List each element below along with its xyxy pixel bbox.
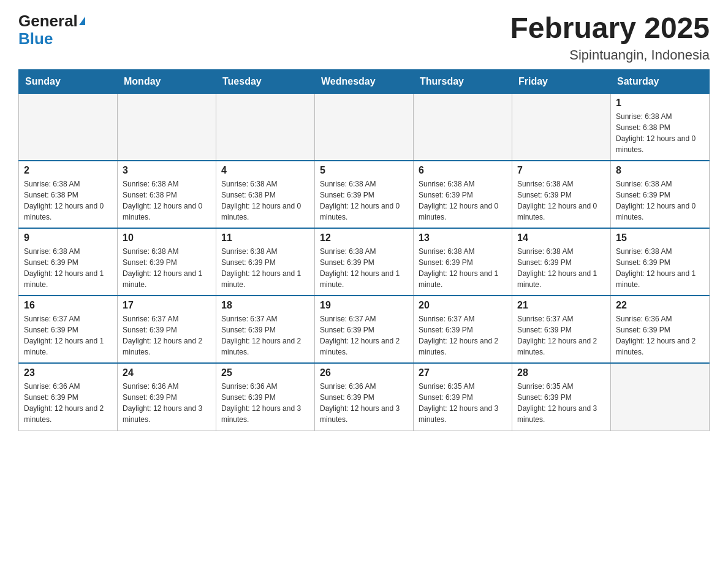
calendar-cell: 22Sunrise: 6:36 AMSunset: 6:39 PMDayligh…: [611, 296, 710, 363]
logo-general-text: General: [18, 12, 78, 30]
day-info: Sunrise: 6:38 AMSunset: 6:38 PMDaylight:…: [616, 111, 704, 155]
logo-triangle-icon: [79, 17, 85, 25]
day-number: 20: [419, 300, 507, 311]
day-number: 9: [24, 232, 112, 243]
day-info: Sunrise: 6:38 AMSunset: 6:38 PMDaylight:…: [123, 178, 211, 223]
day-number: 5: [320, 165, 408, 176]
calendar-cell: 1Sunrise: 6:38 AMSunset: 6:38 PMDaylight…: [611, 93, 710, 161]
weekday-header-row: SundayMondayTuesdayWednesdayThursdayFrid…: [19, 69, 710, 93]
day-info: Sunrise: 6:37 AMSunset: 6:39 PMDaylight:…: [24, 313, 112, 358]
day-number: 28: [517, 367, 605, 378]
day-number: 12: [320, 232, 408, 243]
calendar-cell: 20Sunrise: 6:37 AMSunset: 6:39 PMDayligh…: [414, 296, 512, 363]
day-number: 22: [616, 300, 704, 311]
calendar-cell: 19Sunrise: 6:37 AMSunset: 6:39 PMDayligh…: [315, 296, 414, 363]
day-number: 26: [320, 367, 408, 378]
calendar-cell: 5Sunrise: 6:38 AMSunset: 6:39 PMDaylight…: [315, 161, 414, 228]
calendar-table: SundayMondayTuesdayWednesdayThursdayFrid…: [18, 69, 710, 431]
day-number: 25: [221, 367, 309, 378]
calendar-cell: 7Sunrise: 6:38 AMSunset: 6:39 PMDaylight…: [512, 161, 611, 228]
day-number: 4: [221, 165, 309, 176]
day-number: 19: [320, 300, 408, 311]
calendar-cell: [216, 93, 315, 161]
day-number: 2: [24, 165, 112, 176]
day-number: 17: [123, 300, 211, 311]
calendar-cell: [512, 93, 611, 161]
weekday-header-friday: Friday: [512, 69, 611, 93]
calendar-cell: 28Sunrise: 6:35 AMSunset: 6:39 PMDayligh…: [512, 363, 611, 431]
calendar-cell: 17Sunrise: 6:37 AMSunset: 6:39 PMDayligh…: [118, 296, 216, 363]
day-number: 11: [221, 232, 309, 243]
day-info: Sunrise: 6:38 AMSunset: 6:39 PMDaylight:…: [419, 246, 507, 290]
day-info: Sunrise: 6:36 AMSunset: 6:39 PMDaylight:…: [123, 381, 211, 425]
logo: General Blue: [18, 12, 85, 47]
day-info: Sunrise: 6:37 AMSunset: 6:39 PMDaylight:…: [320, 313, 408, 358]
day-info: Sunrise: 6:38 AMSunset: 6:39 PMDaylight:…: [320, 178, 408, 223]
day-info: Sunrise: 6:35 AMSunset: 6:39 PMDaylight:…: [419, 381, 507, 425]
title-area: February 2025 Sipintuangin, Indonesia: [510, 12, 710, 63]
calendar-cell: 10Sunrise: 6:38 AMSunset: 6:39 PMDayligh…: [118, 228, 216, 296]
day-info: Sunrise: 6:36 AMSunset: 6:39 PMDaylight:…: [24, 381, 112, 425]
day-info: Sunrise: 6:36 AMSunset: 6:39 PMDaylight:…: [320, 381, 408, 425]
calendar-cell: 24Sunrise: 6:36 AMSunset: 6:39 PMDayligh…: [118, 363, 216, 431]
calendar-cell: 3Sunrise: 6:38 AMSunset: 6:38 PMDaylight…: [118, 161, 216, 228]
day-info: Sunrise: 6:37 AMSunset: 6:39 PMDaylight:…: [419, 313, 507, 358]
calendar-row-3: 16Sunrise: 6:37 AMSunset: 6:39 PMDayligh…: [19, 296, 710, 363]
day-info: Sunrise: 6:38 AMSunset: 6:39 PMDaylight:…: [221, 246, 309, 290]
calendar-cell: 18Sunrise: 6:37 AMSunset: 6:39 PMDayligh…: [216, 296, 315, 363]
calendar-row-2: 9Sunrise: 6:38 AMSunset: 6:39 PMDaylight…: [19, 228, 710, 296]
day-number: 14: [517, 232, 605, 243]
day-number: 13: [419, 232, 507, 243]
calendar-cell: [414, 93, 512, 161]
day-info: Sunrise: 6:38 AMSunset: 6:39 PMDaylight:…: [419, 178, 507, 223]
day-info: Sunrise: 6:38 AMSunset: 6:39 PMDaylight:…: [320, 246, 408, 290]
calendar-row-4: 23Sunrise: 6:36 AMSunset: 6:39 PMDayligh…: [19, 363, 710, 431]
day-info: Sunrise: 6:35 AMSunset: 6:39 PMDaylight:…: [517, 381, 605, 425]
day-info: Sunrise: 6:38 AMSunset: 6:39 PMDaylight:…: [616, 246, 704, 290]
calendar-cell: 16Sunrise: 6:37 AMSunset: 6:39 PMDayligh…: [19, 296, 118, 363]
weekday-header-sunday: Sunday: [19, 69, 118, 93]
calendar-cell: 12Sunrise: 6:38 AMSunset: 6:39 PMDayligh…: [315, 228, 414, 296]
calendar-cell: 23Sunrise: 6:36 AMSunset: 6:39 PMDayligh…: [19, 363, 118, 431]
day-info: Sunrise: 6:38 AMSunset: 6:39 PMDaylight:…: [517, 178, 605, 223]
weekday-header-thursday: Thursday: [414, 69, 512, 93]
calendar-cell: 11Sunrise: 6:38 AMSunset: 6:39 PMDayligh…: [216, 228, 315, 296]
day-info: Sunrise: 6:36 AMSunset: 6:39 PMDaylight:…: [616, 313, 704, 358]
calendar-row-0: 1Sunrise: 6:38 AMSunset: 6:38 PMDaylight…: [19, 93, 710, 161]
day-number: 16: [24, 300, 112, 311]
weekday-header-monday: Monday: [118, 69, 216, 93]
location-title: Sipintuangin, Indonesia: [510, 47, 710, 63]
calendar-cell: 13Sunrise: 6:38 AMSunset: 6:39 PMDayligh…: [414, 228, 512, 296]
day-info: Sunrise: 6:38 AMSunset: 6:39 PMDaylight:…: [24, 246, 112, 290]
calendar-cell: 26Sunrise: 6:36 AMSunset: 6:39 PMDayligh…: [315, 363, 414, 431]
calendar-cell: 8Sunrise: 6:38 AMSunset: 6:39 PMDaylight…: [611, 161, 710, 228]
day-number: 6: [419, 165, 507, 176]
day-number: 10: [123, 232, 211, 243]
day-info: Sunrise: 6:36 AMSunset: 6:39 PMDaylight:…: [221, 381, 309, 425]
calendar-cell: 21Sunrise: 6:37 AMSunset: 6:39 PMDayligh…: [512, 296, 611, 363]
day-info: Sunrise: 6:38 AMSunset: 6:39 PMDaylight:…: [517, 246, 605, 290]
calendar-cell: [118, 93, 216, 161]
day-number: 8: [616, 165, 704, 176]
calendar-cell: 27Sunrise: 6:35 AMSunset: 6:39 PMDayligh…: [414, 363, 512, 431]
day-number: 27: [419, 367, 507, 378]
day-number: 21: [517, 300, 605, 311]
day-info: Sunrise: 6:38 AMSunset: 6:38 PMDaylight:…: [221, 178, 309, 223]
calendar-cell: [611, 363, 710, 431]
day-number: 24: [123, 367, 211, 378]
calendar-cell: 25Sunrise: 6:36 AMSunset: 6:39 PMDayligh…: [216, 363, 315, 431]
day-number: 18: [221, 300, 309, 311]
calendar-cell: 6Sunrise: 6:38 AMSunset: 6:39 PMDaylight…: [414, 161, 512, 228]
day-info: Sunrise: 6:38 AMSunset: 6:39 PMDaylight:…: [616, 178, 704, 223]
calendar-row-1: 2Sunrise: 6:38 AMSunset: 6:38 PMDaylight…: [19, 161, 710, 228]
weekday-header-wednesday: Wednesday: [315, 69, 414, 93]
day-number: 23: [24, 367, 112, 378]
day-number: 3: [123, 165, 211, 176]
calendar-cell: 4Sunrise: 6:38 AMSunset: 6:38 PMDaylight…: [216, 161, 315, 228]
weekday-header-saturday: Saturday: [611, 69, 710, 93]
day-number: 1: [616, 98, 704, 109]
month-title: February 2025: [510, 12, 710, 45]
weekday-header-tuesday: Tuesday: [216, 69, 315, 93]
calendar-cell: 15Sunrise: 6:38 AMSunset: 6:39 PMDayligh…: [611, 228, 710, 296]
calendar-cell: 14Sunrise: 6:38 AMSunset: 6:39 PMDayligh…: [512, 228, 611, 296]
